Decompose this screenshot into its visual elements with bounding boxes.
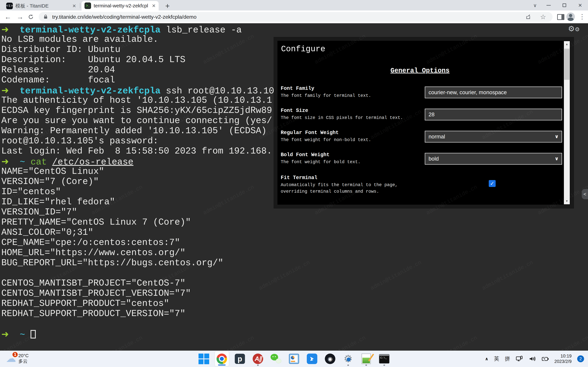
weather-temp: 20°C	[18, 353, 29, 359]
terminal-line: ➜ terminal-wetty-v2-zekfcpla ssh root@10…	[1, 85, 280, 95]
ime-language-indicator[interactable]: 英	[494, 355, 499, 362]
terminal-line: ➜ ~	[1, 329, 280, 339]
configure-dialog: Configure General Options Font FamilyThe…	[274, 37, 574, 209]
terminal-line: ID_LIKE="rhel fedora"	[1, 197, 280, 207]
weather-text: 20°C 多云	[18, 353, 29, 364]
taskbar-app-red-a-app[interactable]: A∥	[251, 351, 265, 366]
dialog-fields: Font FamilyThe font family for terminal …	[281, 41, 562, 205]
terminal-line	[1, 319, 280, 329]
running-indicator	[257, 365, 259, 366]
forward-button[interactable]: →	[15, 10, 25, 23]
field-label: Bold Font Weight	[281, 152, 330, 158]
taskbar-app-wechat[interactable]	[269, 351, 283, 366]
terminal-line: HOME_URL="https://www.centos.org/"	[1, 248, 280, 258]
regular-font-weight-select[interactable]: normal	[425, 131, 562, 142]
restore-button[interactable]	[556, 0, 572, 10]
terminal-output[interactable]: ➜ terminal-wetty-v2-zekfcpla lsb_release…	[1, 24, 280, 339]
field-row-fit-terminal: Fit TerminalAutomatically fits the termi…	[281, 175, 562, 196]
browser-menu-icon[interactable]: ⋮	[579, 13, 585, 20]
field-row-regular-font-weight: Regular Font WeightThe font weight for n…	[281, 130, 562, 151]
side-panel-icon[interactable]	[557, 14, 564, 20]
lock-icon	[43, 14, 48, 19]
scroll-up-icon[interactable]: ▲	[564, 41, 570, 47]
terminal-line: Release: 20.04	[1, 65, 280, 75]
taskbar-app-windows-start[interactable]	[197, 351, 211, 366]
profile-avatar[interactable]	[566, 12, 575, 21]
running-indicator	[365, 365, 367, 366]
scroll-down-icon[interactable]: ▼	[564, 198, 570, 204]
terminal-page: ➜ terminal-wetty-v2-zekfcpla lsb_release…	[0, 23, 588, 350]
taskbar-app-cmd-terminal-app[interactable]: C:\_	[377, 351, 391, 366]
windows-start-icon	[199, 354, 209, 364]
tab-terminal-wetty[interactable]: >_ terminal-wetty-v2-zekfcpla - T ✕	[82, 1, 159, 10]
terminal-line: Codename: focal	[1, 75, 280, 85]
terminal-line: PRETTY_NAME="CentOS Linux 7 (Core)"	[1, 217, 280, 227]
field-label: Regular Font Weight	[281, 130, 339, 135]
close-window-button[interactable]: ✕	[572, 0, 588, 10]
tab-titanide[interactable]: <t> 模板 - TitanIDE ✕	[3, 1, 79, 10]
tab-title: terminal-wetty-v2-zekfcpla - T	[94, 3, 148, 8]
taskbar-app-settings-gear-app[interactable]: ⚙	[341, 351, 355, 366]
titanide-favicon-icon: <t>	[6, 3, 13, 9]
wechat-icon	[270, 354, 281, 364]
cloud-icon: ☁ 1	[6, 352, 16, 365]
dialog-scrollbar[interactable]: ▲ ▼	[564, 41, 570, 204]
scrollbar-thumb[interactable]	[564, 49, 570, 80]
reload-button[interactable]	[26, 10, 36, 23]
tray-time: 10:19	[554, 353, 571, 359]
terminal-line: CENTOS_MANTISBT_PROJECT="CentOS-7"	[1, 278, 280, 288]
weather-widget[interactable]: ☁ 1 20°C 多云	[6, 352, 29, 365]
browser-tab-bar: <t> 模板 - TitanIDE ✕ >_ terminal-wetty-v2…	[0, 0, 588, 10]
watermark-text: admin@titanide.cn	[425, 335, 478, 350]
taskbar-app-dingtalk[interactable]	[305, 351, 319, 366]
settings-gears-icon[interactable]: ⚙⚙	[568, 24, 580, 33]
terminal-line: ANSI_COLOR="0;31"	[1, 227, 280, 238]
font-family-input[interactable]: courier-new, courier, monospace	[425, 86, 562, 98]
battery-charging-icon[interactable]	[541, 356, 549, 362]
tray-expand-icon[interactable]: ∧	[485, 356, 488, 361]
taskbar-app-obs-studio[interactable]: ◉	[323, 351, 337, 366]
notes-app-icon	[362, 354, 371, 364]
terminal-line: REDHAT_SUPPORT_PRODUCT_VERSION="7"	[1, 309, 280, 319]
speaker-volume-icon[interactable]	[528, 356, 536, 362]
field-description: The font weight for non-bold text.	[281, 137, 409, 143]
tab-close-icon[interactable]: ✕	[152, 3, 156, 8]
taskbar-app-chart-app[interactable]	[287, 351, 301, 366]
share-icon[interactable]	[525, 14, 532, 20]
windows-taskbar: ☁ 1 20°C 多云 pA∥◉⚙C:\_ ∧ 英 拼 10:19 2023/2…	[0, 350, 588, 367]
address-bar[interactable]: try.titanide.cn/ide/web/coding/terminal-…	[39, 12, 553, 22]
window-controls: ∨ ✕	[529, 0, 588, 10]
tab-close-icon[interactable]: ✕	[72, 3, 76, 9]
network-display-icon[interactable]	[516, 356, 523, 362]
new-tab-button[interactable]: +	[163, 2, 172, 10]
running-indicator	[383, 365, 385, 366]
bold-font-weight-select[interactable]: bold	[425, 153, 562, 165]
terminal-line: Warning: Permanently added '10.10.13.105…	[1, 126, 280, 136]
notification-count-badge[interactable]: 2	[577, 355, 584, 362]
browser-toolbar: ← → try.titanide.cn/ide/web/coding/termi…	[0, 10, 588, 23]
terminal-line: ➜ ~ cat /etc/os-release	[1, 156, 280, 167]
red-a-icon: A∥	[253, 354, 263, 364]
terminal-cursor	[31, 330, 36, 339]
weather-condition: 多云	[18, 359, 29, 364]
terminal-favicon-icon: >_	[85, 2, 91, 9]
clock[interactable]: 10:19 2023/2/9	[554, 353, 571, 364]
terminal-line: CENTOS_MANTISBT_PROJECT_VERSION="7"	[1, 288, 280, 299]
taskbar-app-chrome[interactable]	[215, 351, 229, 366]
field-description: The font size in CSS pixels for terminal…	[281, 115, 409, 121]
ime-pinyin-indicator[interactable]: 拼	[505, 355, 510, 362]
back-button[interactable]: ←	[3, 10, 13, 23]
chrome-icon	[216, 354, 227, 364]
terminal-line: root@10.10.13.105's password:	[1, 136, 280, 146]
fit-terminal-checkbox[interactable]: ✓	[489, 180, 496, 187]
terminal-line: ID="centos"	[1, 187, 280, 197]
tab-search-icon[interactable]: ∨	[529, 0, 541, 10]
watermark-text: admin@titanide.cn	[313, 335, 367, 350]
taskbar-app-p-app[interactable]: p	[233, 351, 247, 366]
tab-separator	[80, 3, 80, 8]
minimize-button[interactable]	[541, 0, 556, 10]
taskbar-app-notes-editor-app[interactable]	[359, 351, 373, 366]
font-size-input[interactable]: 28	[425, 109, 562, 120]
edge-collapse-handle[interactable]: <	[582, 189, 588, 199]
bookmark-star-icon[interactable]: ☆	[540, 13, 546, 21]
